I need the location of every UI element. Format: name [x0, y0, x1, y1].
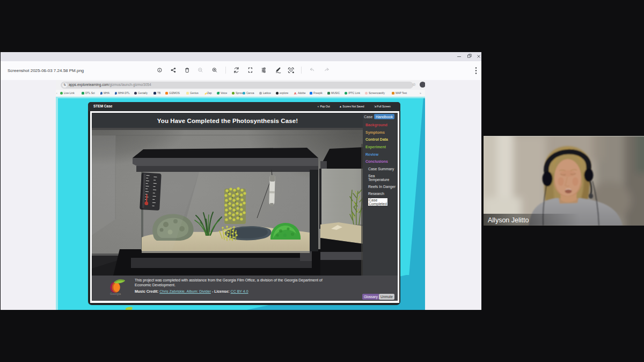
svg-text:Georgia: Georgia: [110, 292, 121, 295]
